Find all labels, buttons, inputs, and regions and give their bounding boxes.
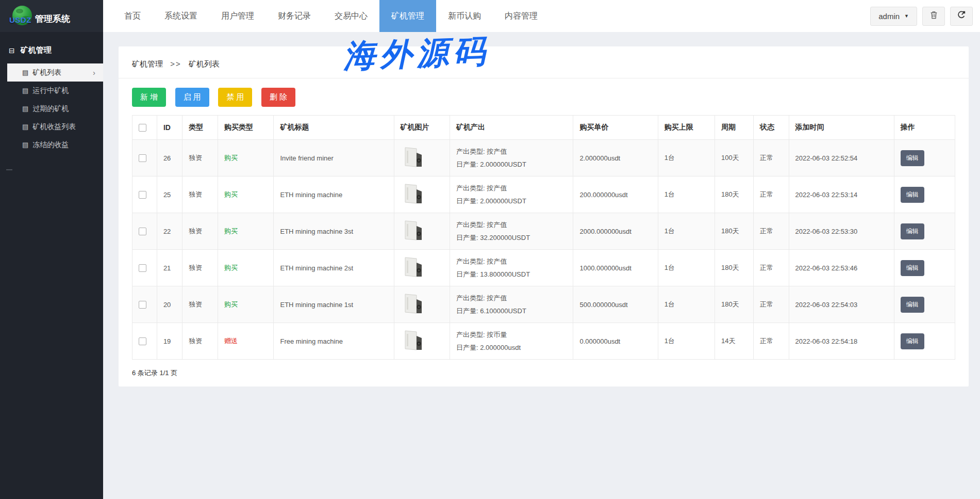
- cell-output: 产出类型: 按产值 日产量: 32.200000USDT: [450, 213, 573, 250]
- output-daily: 日产量: 32.200000USDT: [456, 231, 570, 244]
- sidebar: ⊟ 矿机管理 ▤ 矿机列表 › ▤ 运行中矿机 › ▤ 过期的矿机 › ▤: [0, 32, 103, 499]
- cell-status: 正常: [753, 286, 789, 323]
- app-title: 管理系统: [35, 13, 70, 25]
- row-checkbox[interactable]: [139, 228, 146, 235]
- cell-actions: 编辑: [894, 213, 955, 250]
- breadcrumb-current[interactable]: 矿机列表: [189, 59, 220, 68]
- sidebar-section-label: 矿机管理: [21, 45, 52, 55]
- user-dropdown[interactable]: admin ▼: [870, 7, 917, 26]
- cell-price: 500.000000usdt: [573, 286, 658, 323]
- miner-image: [401, 219, 424, 244]
- toolbar-button[interactable]: 删 除: [261, 88, 295, 107]
- row-checkbox[interactable]: [139, 154, 146, 162]
- toolbar-button[interactable]: 启 用: [175, 88, 209, 107]
- edit-button[interactable]: 编辑: [901, 223, 924, 239]
- cell-status: 正常: [753, 176, 789, 213]
- miner-image: [401, 329, 424, 353]
- output-daily: 日产量: 2.000000USDT: [456, 158, 570, 171]
- logo-usdz-text: USDZ: [9, 15, 31, 24]
- miner-image: [401, 293, 424, 317]
- cell-period: 180天: [715, 176, 753, 213]
- cell-output: 产出类型: 按产值 日产量: 6.100000USDT: [450, 286, 573, 323]
- cell-actions: 编辑: [894, 176, 955, 213]
- breadcrumb-parent[interactable]: 矿机管理: [132, 59, 163, 68]
- cell-buy-type: 赠送: [218, 323, 274, 360]
- sidebar-section-mining[interactable]: ⊟ 矿机管理: [0, 32, 103, 63]
- cell-id: 22: [157, 213, 182, 250]
- cell-period: 180天: [715, 250, 753, 286]
- cell-buy-type: 购买: [218, 213, 274, 250]
- cell-status: 正常: [753, 140, 789, 176]
- cell-output: 产出类型: 按产值 日产量: 2.000000USDT: [450, 176, 573, 213]
- document-icon: ▤: [22, 123, 28, 131]
- main-area: 海外源码 矿机管理 >> 矿机列表 新 增 启 用 禁 用 删 除: [103, 32, 980, 499]
- cell-id: 20: [157, 286, 182, 323]
- table-row: 20 独资 购买 ETH mining machine 1st: [132, 286, 955, 323]
- miner-table-wrap: ID 类型 购买类型 矿机标题 矿机图片 矿机产出 购买单价 购买上限 周期 状…: [119, 115, 969, 360]
- sidebar-items: ▤ 矿机列表 › ▤ 运行中矿机 › ▤ 过期的矿机 › ▤ 矿机收益列表 ›: [0, 63, 103, 154]
- sidebar-item[interactable]: ▤ 冻结的收益 ›: [0, 136, 103, 154]
- miner-image: [401, 256, 424, 280]
- table-row: 26 独资 购买 Invite friend miner: [132, 140, 955, 176]
- output-type: 产出类型: 按币量: [456, 328, 570, 341]
- nav-tab[interactable]: 内容管理: [493, 0, 550, 32]
- cell-price: 1000.000000usdt: [573, 250, 658, 286]
- nav-tab[interactable]: 首页: [112, 0, 153, 32]
- cell-image: [394, 250, 450, 286]
- nav-tab[interactable]: 财务记录: [266, 0, 323, 32]
- cell-type: 独资: [182, 250, 218, 286]
- cell-period: 180天: [715, 213, 753, 250]
- edit-button[interactable]: 编辑: [901, 333, 924, 349]
- col-type: 类型: [182, 116, 218, 140]
- cell-image: [394, 286, 450, 323]
- nav-tab[interactable]: 矿机管理: [379, 0, 436, 32]
- cell-actions: 编辑: [894, 250, 955, 286]
- output-daily: 日产量: 6.100000USDT: [456, 304, 570, 317]
- toolbar-button[interactable]: 禁 用: [218, 88, 252, 107]
- col-period: 周期: [715, 116, 753, 140]
- row-checkbox[interactable]: [139, 337, 146, 345]
- document-icon: ▤: [22, 105, 28, 112]
- sidebar-item-label: 运行中矿机: [32, 86, 69, 95]
- row-checkbox[interactable]: [139, 264, 146, 272]
- output-type: 产出类型: 按产值: [456, 255, 570, 268]
- nav-tab[interactable]: 新币认购: [436, 0, 493, 32]
- cell-type: 独资: [182, 140, 218, 176]
- edit-button[interactable]: 编辑: [901, 150, 924, 166]
- clear-cache-button[interactable]: [922, 7, 945, 26]
- cell-period: 14天: [715, 323, 753, 360]
- sidebar-item-label: 冻结的收益: [32, 140, 69, 150]
- sidebar-item-label: 过期的矿机: [32, 104, 69, 114]
- select-all-checkbox[interactable]: [139, 124, 146, 132]
- sidebar-item-label: 矿机收益列表: [32, 122, 76, 132]
- edit-button[interactable]: 编辑: [901, 187, 924, 203]
- breadcrumb: 矿机管理 >> 矿机列表: [119, 46, 969, 78]
- cell-status: 正常: [753, 323, 789, 360]
- toolbar-button[interactable]: 新 增: [132, 88, 166, 107]
- cell-added: 2022-06-03 22:53:30: [789, 213, 894, 250]
- edit-button[interactable]: 编辑: [901, 260, 924, 276]
- sidebar-item[interactable]: ▤ 矿机列表 ›: [7, 63, 103, 82]
- row-checkbox[interactable]: [139, 191, 146, 199]
- col-output: 矿机产出: [450, 116, 573, 140]
- table-row: 25 独资 购买 ETH mining machine: [132, 176, 955, 213]
- row-checkbox[interactable]: [139, 301, 146, 309]
- miner-image: [401, 146, 424, 170]
- cell-id: 21: [157, 250, 182, 286]
- nav-tab[interactable]: 系统设置: [153, 0, 209, 32]
- logout-button[interactable]: [950, 7, 973, 26]
- sidebar-item[interactable]: ▤ 过期的矿机 ›: [0, 100, 103, 118]
- document-icon: ▤: [22, 141, 28, 149]
- col-actions: 操作: [894, 116, 955, 140]
- nav-tab[interactable]: 交易中心: [323, 0, 379, 32]
- cell-buy-type: 购买: [218, 250, 274, 286]
- cell-title: Invite friend miner: [274, 140, 394, 176]
- output-type: 产出类型: 按产值: [456, 218, 570, 231]
- edit-button[interactable]: 编辑: [901, 297, 924, 313]
- cell-limit: 1台: [658, 213, 715, 250]
- top-navbar: USDZ 管理系统 首页 系统设置 用户管理 财务记录 交易中心 矿机管理 新币…: [0, 0, 980, 32]
- sidebar-item[interactable]: ▤ 运行中矿机 ›: [0, 82, 103, 100]
- nav-tab[interactable]: 用户管理: [209, 0, 266, 32]
- cell-buy-type: 购买: [218, 140, 274, 176]
- sidebar-item[interactable]: ▤ 矿机收益列表 ›: [0, 118, 103, 136]
